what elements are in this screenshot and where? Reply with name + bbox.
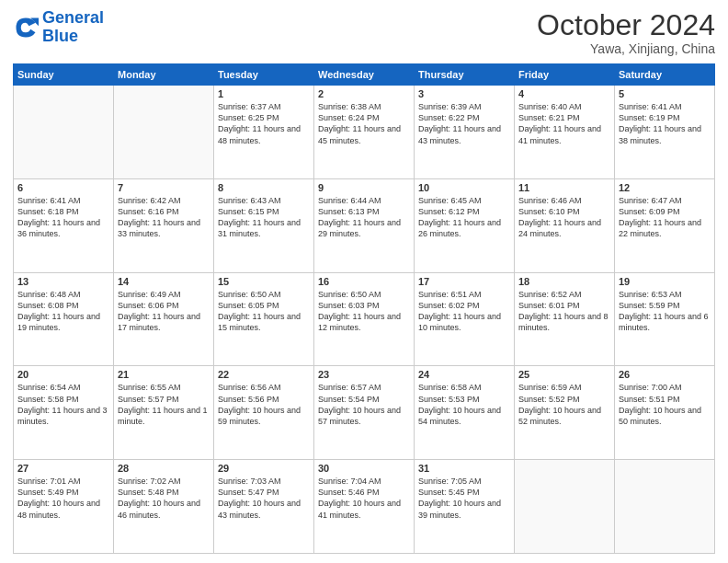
day-number: 15 (218, 276, 310, 287)
table-row: 22Sunrise: 6:56 AM Sunset: 5:56 PM Dayli… (214, 366, 314, 460)
table-row: 8Sunrise: 6:43 AM Sunset: 6:15 PM Daylig… (214, 178, 314, 272)
day-info: Sunrise: 6:56 AM Sunset: 5:56 PM Dayligh… (218, 382, 310, 427)
day-info: Sunrise: 6:42 AM Sunset: 6:16 PM Dayligh… (118, 195, 210, 240)
table-row: 2Sunrise: 6:38 AM Sunset: 6:24 PM Daylig… (314, 86, 415, 179)
day-info: Sunrise: 7:05 AM Sunset: 5:45 PM Dayligh… (418, 476, 510, 521)
calendar-week-row: 13Sunrise: 6:48 AM Sunset: 6:08 PM Dayli… (14, 272, 715, 366)
table-row (114, 86, 214, 179)
day-info: Sunrise: 6:58 AM Sunset: 5:53 PM Dayligh… (418, 382, 510, 427)
day-number: 27 (17, 463, 109, 474)
day-number: 30 (318, 463, 410, 474)
table-row: 28Sunrise: 7:02 AM Sunset: 5:48 PM Dayli… (114, 460, 214, 554)
day-number: 19 (619, 276, 711, 287)
table-row: 16Sunrise: 6:50 AM Sunset: 6:03 PM Dayli… (314, 272, 415, 366)
day-info: Sunrise: 7:04 AM Sunset: 5:46 PM Dayligh… (318, 476, 410, 521)
day-info: Sunrise: 6:57 AM Sunset: 5:54 PM Dayligh… (318, 382, 410, 427)
day-info: Sunrise: 7:00 AM Sunset: 5:51 PM Dayligh… (619, 382, 711, 427)
day-info: Sunrise: 6:55 AM Sunset: 5:57 PM Dayligh… (118, 382, 210, 427)
col-friday: Friday (515, 64, 615, 86)
day-number: 2 (318, 88, 410, 99)
col-saturday: Saturday (615, 64, 715, 86)
day-number: 23 (318, 369, 410, 380)
day-info: Sunrise: 6:40 AM Sunset: 6:21 PM Dayligh… (518, 101, 610, 146)
day-number: 26 (619, 369, 711, 380)
table-row: 17Sunrise: 6:51 AM Sunset: 6:02 PM Dayli… (415, 272, 515, 366)
day-info: Sunrise: 6:47 AM Sunset: 6:09 PM Dayligh… (619, 195, 711, 240)
day-number: 29 (218, 463, 310, 474)
table-row: 23Sunrise: 6:57 AM Sunset: 5:54 PM Dayli… (314, 366, 415, 460)
title-block: October 2024 Yawa, Xinjiang, China (537, 9, 715, 56)
day-number: 4 (518, 88, 610, 99)
day-info: Sunrise: 6:59 AM Sunset: 5:52 PM Dayligh… (518, 382, 610, 427)
day-info: Sunrise: 6:50 AM Sunset: 6:05 PM Dayligh… (218, 289, 310, 334)
logo-line1: General (42, 8, 104, 27)
day-number: 7 (118, 182, 210, 193)
col-monday: Monday (114, 64, 214, 86)
logo-icon (13, 15, 39, 40)
table-row: 7Sunrise: 6:42 AM Sunset: 6:16 PM Daylig… (114, 178, 214, 272)
day-info: Sunrise: 7:02 AM Sunset: 5:48 PM Dayligh… (118, 476, 210, 521)
logo-text: General Blue (42, 9, 104, 46)
table-row: 1Sunrise: 6:37 AM Sunset: 6:25 PM Daylig… (214, 86, 314, 179)
logo: General Blue (13, 9, 104, 46)
day-info: Sunrise: 6:37 AM Sunset: 6:25 PM Dayligh… (218, 101, 310, 146)
col-sunday: Sunday (14, 64, 114, 86)
day-info: Sunrise: 6:38 AM Sunset: 6:24 PM Dayligh… (318, 101, 410, 146)
day-info: Sunrise: 6:52 AM Sunset: 6:01 PM Dayligh… (518, 289, 610, 334)
day-number: 21 (118, 369, 210, 380)
table-row: 21Sunrise: 6:55 AM Sunset: 5:57 PM Dayli… (114, 366, 214, 460)
table-row: 3Sunrise: 6:39 AM Sunset: 6:22 PM Daylig… (415, 86, 515, 179)
table-row (14, 86, 114, 179)
day-info: Sunrise: 6:41 AM Sunset: 6:18 PM Dayligh… (17, 195, 109, 240)
table-row: 24Sunrise: 6:58 AM Sunset: 5:53 PM Dayli… (415, 366, 515, 460)
day-number: 17 (418, 276, 510, 287)
calendar-header-row: Sunday Monday Tuesday Wednesday Thursday… (14, 64, 715, 86)
day-info: Sunrise: 6:45 AM Sunset: 6:12 PM Dayligh… (418, 195, 510, 240)
day-number: 28 (118, 463, 210, 474)
table-row: 29Sunrise: 7:03 AM Sunset: 5:47 PM Dayli… (214, 460, 314, 554)
day-info: Sunrise: 7:03 AM Sunset: 5:47 PM Dayligh… (218, 476, 310, 521)
table-row: 4Sunrise: 6:40 AM Sunset: 6:21 PM Daylig… (515, 86, 615, 179)
day-info: Sunrise: 6:46 AM Sunset: 6:10 PM Dayligh… (518, 195, 610, 240)
day-number: 8 (218, 182, 310, 193)
table-row: 19Sunrise: 6:53 AM Sunset: 5:59 PM Dayli… (615, 272, 715, 366)
calendar-week-row: 1Sunrise: 6:37 AM Sunset: 6:25 PM Daylig… (14, 86, 715, 179)
table-row: 25Sunrise: 6:59 AM Sunset: 5:52 PM Dayli… (515, 366, 615, 460)
table-row (515, 460, 615, 554)
day-number: 6 (17, 182, 109, 193)
table-row: 13Sunrise: 6:48 AM Sunset: 6:08 PM Dayli… (14, 272, 114, 366)
day-number: 24 (418, 369, 510, 380)
day-info: Sunrise: 6:44 AM Sunset: 6:13 PM Dayligh… (318, 195, 410, 240)
table-row: 15Sunrise: 6:50 AM Sunset: 6:05 PM Dayli… (214, 272, 314, 366)
day-number: 10 (418, 182, 510, 193)
calendar-table: Sunday Monday Tuesday Wednesday Thursday… (13, 63, 715, 554)
table-row (615, 460, 715, 554)
day-number: 31 (418, 463, 510, 474)
day-number: 14 (118, 276, 210, 287)
day-info: Sunrise: 6:49 AM Sunset: 6:06 PM Dayligh… (118, 289, 210, 334)
day-number: 20 (17, 369, 109, 380)
header: General Blue October 2024 Yawa, Xinjiang… (13, 9, 715, 56)
col-wednesday: Wednesday (314, 64, 415, 86)
day-number: 3 (418, 88, 510, 99)
table-row: 5Sunrise: 6:41 AM Sunset: 6:19 PM Daylig… (615, 86, 715, 179)
day-info: Sunrise: 6:39 AM Sunset: 6:22 PM Dayligh… (418, 101, 510, 146)
day-number: 13 (17, 276, 109, 287)
table-row: 30Sunrise: 7:04 AM Sunset: 5:46 PM Dayli… (314, 460, 415, 554)
calendar-week-row: 6Sunrise: 6:41 AM Sunset: 6:18 PM Daylig… (14, 178, 715, 272)
day-number: 25 (518, 369, 610, 380)
day-info: Sunrise: 6:51 AM Sunset: 6:02 PM Dayligh… (418, 289, 510, 334)
table-row: 18Sunrise: 6:52 AM Sunset: 6:01 PM Dayli… (515, 272, 615, 366)
table-row: 11Sunrise: 6:46 AM Sunset: 6:10 PM Dayli… (515, 178, 615, 272)
calendar-week-row: 27Sunrise: 7:01 AM Sunset: 5:49 PM Dayli… (14, 460, 715, 554)
day-info: Sunrise: 6:53 AM Sunset: 5:59 PM Dayligh… (619, 289, 711, 334)
table-row: 6Sunrise: 6:41 AM Sunset: 6:18 PM Daylig… (14, 178, 114, 272)
day-number: 1 (218, 88, 310, 99)
table-row: 12Sunrise: 6:47 AM Sunset: 6:09 PM Dayli… (615, 178, 715, 272)
table-row: 14Sunrise: 6:49 AM Sunset: 6:06 PM Dayli… (114, 272, 214, 366)
day-number: 9 (318, 182, 410, 193)
table-row: 27Sunrise: 7:01 AM Sunset: 5:49 PM Dayli… (14, 460, 114, 554)
day-info: Sunrise: 6:48 AM Sunset: 6:08 PM Dayligh… (17, 289, 109, 334)
location-title: Yawa, Xinjiang, China (537, 41, 715, 56)
table-row: 9Sunrise: 6:44 AM Sunset: 6:13 PM Daylig… (314, 178, 415, 272)
